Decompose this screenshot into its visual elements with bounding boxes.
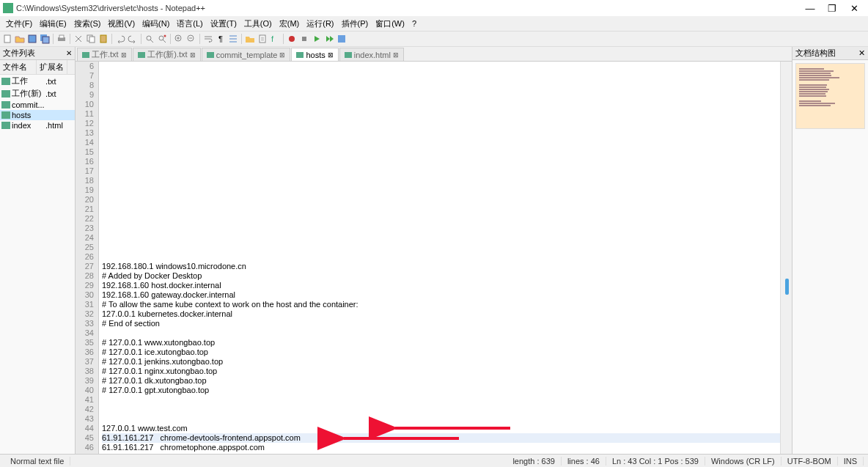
code-line[interactable] [102,395,780,405]
play-icon[interactable] [311,33,323,45]
wordwrap-icon[interactable] [202,33,214,45]
code-line[interactable] [102,414,780,424]
code-content[interactable]: 192.168.180.1 windows10.microdone.cn# Ad… [99,62,780,454]
menu-v[interactable]: 视图(V) [105,17,138,31]
func-list-icon[interactable]: f [269,33,281,45]
code-line[interactable]: # To allow the same kube context to work… [102,300,780,309]
col-filename[interactable]: 文件名 [0,60,37,74]
undo-icon[interactable] [114,33,126,45]
scroll-indicator[interactable] [785,279,789,295]
code-line[interactable] [102,81,780,90]
tab-close-icon[interactable]: ⊠ [393,51,399,59]
menu-n[interactable]: 编码(N) [139,17,172,31]
code-line[interactable]: 61.91.161.217 chrometophone.appspot.com [102,443,780,452]
print-icon[interactable] [56,33,67,45]
code-line[interactable]: 192.168.1.60 gateway.docker.internal [102,290,780,300]
code-line[interactable] [102,166,780,176]
minimize-button[interactable]: — [799,1,821,15]
code-line[interactable] [102,185,780,195]
file-row[interactable]: index.html [0,120,75,130]
code-line[interactable] [102,233,780,243]
code-line[interactable] [102,119,780,128]
new-file-icon[interactable] [1,33,13,45]
replace-icon[interactable] [156,33,168,45]
tab[interactable]: 工作.txt⊠ [77,48,132,61]
minimap[interactable] [795,63,865,129]
menu-s[interactable]: 搜索(S) [71,17,104,31]
code-line[interactable]: # 127.0.0.1 nginx.xutongbao.top [102,367,780,376]
tab-close-icon[interactable]: ⊠ [190,51,196,59]
code-line[interactable]: # 127.0.0.1 dk.xutongbao.top [102,376,780,386]
code-line[interactable] [102,90,780,100]
code-line[interactable] [102,452,780,454]
tab-close-icon[interactable]: ⊠ [121,51,127,59]
show-chars-icon[interactable]: ¶ [215,33,227,45]
code-line[interactable]: 127.0.0.1 www.test.com [102,424,780,433]
tab-close-icon[interactable]: ⊠ [328,51,334,59]
code-line[interactable] [102,128,780,138]
file-row[interactable]: 工作(新).txt [0,87,75,100]
menu-e[interactable]: 编辑(E) [37,17,70,31]
file-row[interactable]: 工作.txt [0,75,75,87]
file-row[interactable]: hosts [0,110,75,120]
code-line[interactable] [102,224,780,233]
save-icon[interactable] [26,33,38,45]
code-line[interactable] [102,243,780,252]
code-line[interactable]: 127.0.0.1 kubernetes.docker.internal [102,309,780,319]
code-line[interactable] [102,195,780,205]
paste-icon[interactable] [98,33,109,45]
menu-m[interactable]: 宏(M) [276,17,303,31]
code-line[interactable] [102,328,780,338]
code-area[interactable]: 6789101112131415161718192021222324252627… [76,62,792,454]
folder-icon[interactable] [244,33,256,45]
menu-[interactable]: ? [409,18,419,29]
code-line[interactable] [102,405,780,414]
code-line[interactable] [102,157,780,166]
code-line[interactable] [102,109,780,119]
stop-icon[interactable] [298,33,310,45]
code-line[interactable]: # 127.0.0.1 gpt.xutongbao.top [102,386,780,395]
code-line[interactable]: # End of section [102,319,780,328]
save-all-icon[interactable] [39,33,51,45]
menu-r[interactable]: 运行(R) [304,17,336,31]
code-line[interactable]: # 127.0.0.1 www.xutongbao.top [102,338,780,348]
menu-t[interactable]: 设置(T) [207,17,240,31]
menu-w[interactable]: 窗口(W) [372,17,408,31]
tab[interactable]: hosts⊠ [291,48,338,61]
code-line[interactable] [102,252,780,262]
tab[interactable]: index.html⊠ [339,48,404,61]
code-line[interactable] [102,205,780,214]
code-line[interactable] [102,138,780,147]
vertical-scrollbar[interactable] [780,62,792,454]
save-macro-icon[interactable] [336,33,347,45]
record-icon[interactable] [286,33,298,45]
code-line[interactable]: 192.168.1.60 host.docker.internal [102,281,780,290]
file-row[interactable]: commit... [0,100,75,110]
code-line[interactable]: # 127.0.0.1 ice.xutongbao.top [102,348,780,357]
code-line[interactable] [102,100,780,109]
code-line[interactable]: # 127.0.0.1 jenkins.xutongbao.top [102,357,780,367]
maximize-button[interactable]: ❐ [821,1,843,15]
menu-p[interactable]: 插件(P) [339,17,372,31]
tab-close-icon[interactable]: ⊠ [279,51,285,59]
cut-icon[interactable] [73,33,84,45]
zoom-out-icon[interactable] [185,33,197,45]
find-icon[interactable] [144,33,155,45]
code-line[interactable] [102,147,780,157]
tab[interactable]: commit_template⊠ [202,48,291,61]
redo-icon[interactable] [127,33,139,45]
code-line[interactable] [102,214,780,224]
play-multi-icon[interactable] [323,33,335,45]
doc-map-icon[interactable] [257,33,268,45]
menu-o[interactable]: 工具(O) [241,17,275,31]
open-file-icon[interactable] [14,33,26,45]
col-ext[interactable]: 扩展名 [37,60,67,74]
menu-f[interactable]: 文件(F) [3,17,35,31]
indent-icon[interactable] [227,33,239,45]
code-line[interactable]: 192.168.180.1 windows10.microdone.cn [102,262,780,271]
code-line[interactable]: 61.91.161.217 chrome-devtools-frontend.a… [102,433,780,443]
tab[interactable]: 工作(新).txt⊠ [133,48,201,61]
code-line[interactable]: # Added by Docker Desktop [102,271,780,281]
copy-icon[interactable] [85,33,97,45]
doc-map-close-icon[interactable]: ✕ [858,48,865,58]
